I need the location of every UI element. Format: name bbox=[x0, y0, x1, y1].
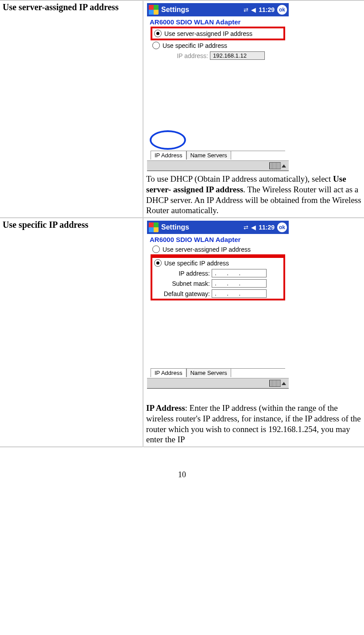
keyboard-icon[interactable] bbox=[269, 162, 281, 169]
radio-server-assigned[interactable]: Use server-assigned IP address bbox=[151, 244, 285, 256]
ok-button[interactable]: ok bbox=[277, 5, 287, 15]
radio-label: Use server-assigned IP address bbox=[164, 30, 252, 37]
titlebar: Settings ⇄ ◀ 11:29 ok bbox=[147, 3, 289, 16]
clock: 11:29 bbox=[259, 224, 275, 231]
bottombar bbox=[147, 160, 289, 171]
radio-icon bbox=[152, 42, 160, 49]
window-title: Settings bbox=[161, 6, 241, 14]
adapter-title: AR6000 SDIO WLAN Adapter bbox=[147, 16, 289, 27]
default-gateway-input[interactable]: . . . bbox=[212, 289, 267, 298]
ip-address-input[interactable]: . . . bbox=[212, 269, 267, 277]
radio-icon bbox=[154, 30, 162, 37]
radio-specific-ip[interactable]: Use specific IP address bbox=[152, 258, 283, 268]
highlight-redbox: Use specific IP address IP address: . . … bbox=[151, 256, 285, 300]
subnet-mask-field: Subnet mask: . . . bbox=[152, 278, 283, 288]
tab-name-servers[interactable]: Name Servers bbox=[186, 151, 231, 160]
page-number: 10 bbox=[0, 470, 364, 479]
settings-table: Use server-assigned IP address Settings … bbox=[0, 0, 364, 447]
radio-label: Use specific IP address bbox=[163, 42, 227, 49]
radio-specific-ip[interactable]: Use specific IP address bbox=[151, 40, 285, 51]
ip-address-field: IP address: . . . bbox=[152, 268, 283, 278]
bottombar bbox=[147, 378, 289, 388]
radio-icon bbox=[152, 245, 160, 253]
speaker-icon: ◀ bbox=[251, 6, 256, 13]
clock: 11:29 bbox=[259, 6, 275, 13]
chevron-up-icon[interactable] bbox=[282, 382, 286, 385]
highlight-redbox: Use server-assigned IP address bbox=[151, 27, 285, 40]
ok-button[interactable]: ok bbox=[277, 222, 287, 232]
field-label: IP address: bbox=[159, 52, 208, 59]
screenshot-2: Settings ⇄ ◀ 11:29 ok AR6000 SDIO WLAN A… bbox=[147, 221, 289, 389]
tab-name-servers[interactable]: Name Servers bbox=[186, 369, 231, 377]
window-title: Settings bbox=[161, 223, 241, 231]
titlebar: Settings ⇄ ◀ 11:29 ok bbox=[147, 221, 289, 234]
radio-label: Use server-assigned IP address bbox=[163, 246, 251, 253]
connectivity-icon: ⇄ bbox=[244, 7, 248, 13]
tabstrip: IP Address Name Servers bbox=[151, 151, 285, 160]
windows-flag-icon bbox=[149, 5, 159, 15]
tabstrip: IP Address Name Servers bbox=[151, 368, 285, 377]
tab-ip-address[interactable]: IP Address bbox=[151, 151, 186, 160]
connectivity-icon: ⇄ bbox=[244, 224, 248, 231]
adapter-title: AR6000 SDIO WLAN Adapter bbox=[147, 234, 289, 244]
radio-server-assigned[interactable]: Use server-assigned IP address bbox=[152, 28, 283, 39]
row1-title: Use server-assigned IP address bbox=[3, 2, 140, 12]
keyboard-icon[interactable] bbox=[269, 380, 281, 387]
subnet-mask-input[interactable]: . . . bbox=[212, 279, 267, 288]
speaker-icon: ◀ bbox=[251, 224, 256, 231]
row2-title: Use specific IP address bbox=[3, 220, 140, 230]
radio-icon bbox=[154, 259, 162, 267]
field-label: Subnet mask: bbox=[161, 280, 210, 287]
field-label: Default gateway: bbox=[161, 290, 210, 297]
row2-description: IP Address: Enter the IP address (within… bbox=[146, 403, 361, 445]
row1-description: To use DHCP (Obtain IP address automatic… bbox=[146, 174, 361, 216]
tab-ip-address[interactable]: IP Address bbox=[151, 369, 186, 377]
screenshot-1: Settings ⇄ ◀ 11:29 ok AR6000 SDIO WLAN A… bbox=[147, 3, 289, 171]
default-gateway-field: Default gateway: . . . bbox=[152, 288, 283, 299]
ip-address-input[interactable]: 192.168.1.12 bbox=[210, 51, 265, 60]
radio-label: Use specific IP address bbox=[164, 260, 229, 267]
windows-flag-icon bbox=[149, 222, 159, 232]
field-label: IP address: bbox=[161, 270, 210, 277]
ip-address-field: IP address: 192.168.1.12 bbox=[151, 51, 285, 61]
chevron-up-icon[interactable] bbox=[282, 164, 286, 168]
